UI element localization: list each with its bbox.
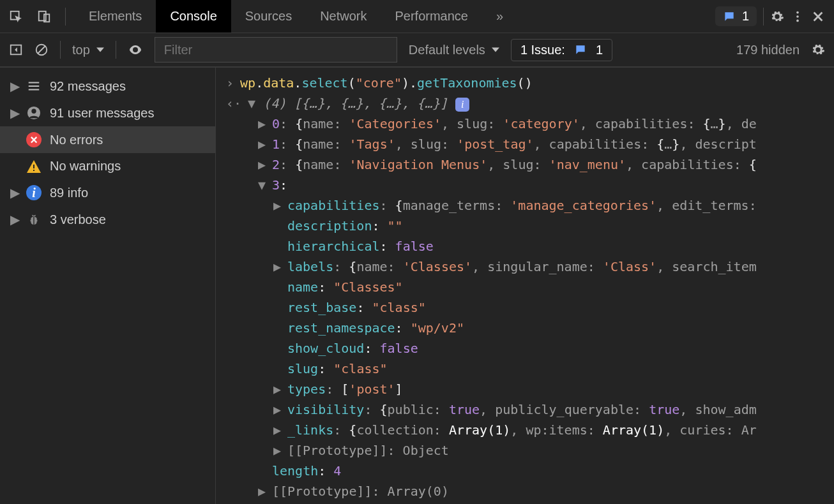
expand-icon[interactable]: ▶ <box>258 481 267 501</box>
prop-rest-namespace[interactable]: rest_namespace: "wp/v2" <box>226 318 834 338</box>
device-toolbar-icon[interactable] <box>37 10 51 24</box>
expand-icon[interactable]: ▶ <box>258 154 267 175</box>
sidebar-label: 92 messages <box>50 79 126 94</box>
svg-rect-1 <box>39 11 46 20</box>
console-toolbar: top Default levels 1 Issue: 1 179 hidden <box>0 33 834 68</box>
idx: 1 <box>272 137 280 152</box>
svg-rect-11 <box>33 170 34 171</box>
sidebar-toggle-icon[interactable] <box>9 43 23 57</box>
info-chip-icon[interactable]: i <box>455 98 469 112</box>
bug-icon <box>26 212 42 226</box>
tab-elements[interactable]: Elements <box>75 0 156 33</box>
expand-icon: ▶ <box>10 185 18 200</box>
prop-labels[interactable]: ▶labels: {name: 'Classes', singular_name… <box>226 256 834 277</box>
array-item-3[interactable]: ▼ 3: <box>226 175 834 195</box>
close-icon[interactable] <box>811 10 825 24</box>
prop-array-prototype[interactable]: ▶[[Prototype]]: Array(0) <box>226 481 834 501</box>
expand-icon[interactable]: ▶ <box>258 114 267 134</box>
filter-input[interactable] <box>155 37 397 63</box>
expand-icon[interactable]: ▶ <box>273 420 282 440</box>
console-result-summary[interactable]: ‹· ▼ (4) [{…}, {…}, {…}, {…}] i <box>226 93 834 114</box>
issues-count: 1 <box>742 9 749 24</box>
prop-slug[interactable]: slug: "class" <box>226 359 834 379</box>
prop-capabilities[interactable]: ▶capabilities: {manage_terms: 'manage_ca… <box>226 195 834 216</box>
expand-icon: ▶ <box>10 212 18 227</box>
chevron-down-icon <box>96 46 104 54</box>
tab-network[interactable]: Network <box>306 0 381 33</box>
tab-label: Performance <box>395 9 469 24</box>
levels-label: Default levels <box>409 43 485 57</box>
expand-icon[interactable]: ▶ <box>273 256 282 277</box>
expand-icon[interactable]: ▶ <box>273 379 282 399</box>
idx: 0 <box>272 116 280 131</box>
sidebar-item-messages[interactable]: ▶ 92 messages <box>0 73 215 100</box>
prop-visibility[interactable]: ▶visibility: {public: true, publicly_que… <box>226 399 834 420</box>
issue-label: 1 Issue: <box>520 43 565 57</box>
preview: : {name: 'Categories', slug: 'category',… <box>280 116 757 131</box>
clear-console-icon[interactable] <box>34 43 49 57</box>
tab-sources[interactable]: Sources <box>231 0 306 33</box>
kebab-menu-icon[interactable] <box>791 10 805 24</box>
svg-point-9 <box>31 109 36 114</box>
result-icon: ‹· <box>226 93 241 114</box>
array-item-0[interactable]: ▶ 0: {name: 'Categories', slug: 'categor… <box>226 114 834 134</box>
prompt-icon: › <box>226 73 234 93</box>
hidden-count[interactable]: 179 hidden <box>736 43 800 57</box>
expand-icon[interactable]: ▶ <box>273 440 282 461</box>
log-levels-selector[interactable]: Default levels <box>409 43 499 57</box>
issues-chip[interactable]: 1 <box>715 6 757 26</box>
inspect-element-icon[interactable] <box>9 10 23 24</box>
sidebar-label: 91 user messages <box>50 106 154 121</box>
live-expression-icon[interactable] <box>128 42 143 57</box>
divider <box>65 8 66 26</box>
settings-gear-icon[interactable] <box>770 10 784 24</box>
expand-icon: ▶ <box>10 105 18 121</box>
collapse-icon[interactable]: ▼ <box>248 93 257 114</box>
prop-description[interactable]: description: "" <box>226 216 834 236</box>
user-icon <box>26 106 42 120</box>
collapse-icon[interactable]: ▼ <box>258 175 267 195</box>
sidebar-item-errors[interactable]: × No errors <box>0 126 215 153</box>
array-item-1[interactable]: ▶ 1: {name: 'Tags', slug: 'post_tag', ca… <box>226 134 834 154</box>
sidebar-item-user-messages[interactable]: ▶ 91 user messages <box>0 100 215 126</box>
console-settings-gear-icon[interactable] <box>811 43 825 57</box>
sidebar-label: No warnings <box>50 159 121 174</box>
prop-length[interactable]: length: 4 <box>226 461 834 481</box>
expand-icon[interactable]: ▶ <box>273 399 282 420</box>
chevron-down-icon <box>492 46 499 54</box>
prop-types[interactable]: ▶types: ['post'] <box>226 379 834 399</box>
tab-label: Elements <box>89 9 142 24</box>
summary-text: (4) [{…}, {…}, {…}, {…}] i <box>263 93 469 114</box>
sidebar-item-info[interactable]: ▶ i 89 info <box>0 179 215 206</box>
sidebar-item-warnings[interactable]: No warnings <box>0 153 215 179</box>
warning-icon <box>26 159 42 174</box>
tab-label: Sources <box>245 9 292 24</box>
expand-icon: ▶ <box>10 78 18 94</box>
svg-point-3 <box>796 11 799 13</box>
sidebar-item-verbose[interactable]: ▶ 3 verbose <box>0 206 215 233</box>
array-item-2[interactable]: ▶ 2: {name: 'Navigation Menus', slug: 'n… <box>226 154 834 175</box>
prop-prototype[interactable]: ▶[[Prototype]]: Object <box>226 440 834 461</box>
tab-performance[interactable]: Performance <box>381 0 483 33</box>
svg-point-4 <box>796 15 799 18</box>
tab-console[interactable]: Console <box>156 0 231 33</box>
prop-hierarchical[interactable]: hierarchical: false <box>226 236 834 256</box>
prop-rest-base[interactable]: rest_base: "class" <box>226 297 834 318</box>
preview: : {name: 'Tags', slug: 'post_tag', capab… <box>280 137 757 152</box>
divider <box>116 41 116 59</box>
input-code: wp.data.select("core").getTaxonomies() <box>240 73 533 93</box>
prop-name[interactable]: name: "Classes" <box>226 277 834 297</box>
context-label: top <box>72 43 90 57</box>
val: : {manage_terms: 'manage_categories', ed… <box>380 198 757 213</box>
more-tabs-button[interactable]: » <box>482 0 517 33</box>
prop-show-cloud[interactable]: show_cloud: false <box>226 338 834 359</box>
context-selector[interactable]: top <box>72 43 104 57</box>
devtools-top-left <box>0 8 75 26</box>
issues-box[interactable]: 1 Issue: 1 <box>511 39 612 61</box>
val: : ['post'] <box>326 382 402 397</box>
expand-icon[interactable]: ▶ <box>273 195 282 216</box>
expand-icon[interactable]: ▶ <box>258 134 267 154</box>
more-label: » <box>496 9 503 24</box>
prop-links[interactable]: ▶_links: {collection: Array(1), wp:items… <box>226 420 834 440</box>
console-input-line[interactable]: › wp.data.select("core").getTaxonomies() <box>226 73 834 93</box>
